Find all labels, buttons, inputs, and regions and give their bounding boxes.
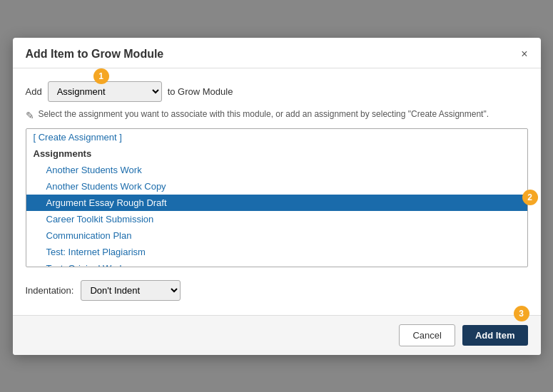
list-item[interactable]: Argument Essay Rough Draft <box>26 195 527 211</box>
indentation-select[interactable]: Don't Indent Indent 1 Indent 2 Indent 3 <box>81 280 181 301</box>
list-item[interactable]: Communication Plan <box>26 227 527 244</box>
list-item[interactable]: Test: Original Work <box>26 260 527 267</box>
close-button[interactable]: × <box>521 48 527 60</box>
indentation-row: Indentation: Don't Indent Indent 1 Inden… <box>26 280 528 301</box>
modal: Add Item to Grow Module × 1 Add Assignme… <box>13 38 541 355</box>
indentation-label: Indentation: <box>26 285 74 296</box>
list-item[interactable]: [ Create Assignment ] <box>26 129 527 145</box>
modal-footer: 3 Cancel Add Item <box>13 315 541 355</box>
hint-row: ✎ Select the assignment you want to asso… <box>26 109 528 121</box>
badge-2: 2 <box>522 190 538 205</box>
list-item[interactable]: Another Students Work <box>26 162 527 178</box>
add-item-button[interactable]: Add Item <box>462 325 528 346</box>
hint-text: Select the assignment you want to associ… <box>39 109 489 119</box>
add-prefix: Add <box>26 86 42 97</box>
badge-3: 3 <box>514 306 529 321</box>
info-icon: ✎ <box>26 110 34 121</box>
list-item[interactable]: Another Students Work Copy <box>26 178 527 195</box>
assignment-list[interactable]: [ Create Assignment ]AssignmentsAnother … <box>26 128 528 267</box>
list-item[interactable]: Test: Internet Plagiarism <box>26 244 527 260</box>
modal-header: Add Item to Grow Module × <box>13 38 541 68</box>
type-select[interactable]: Assignment Content Link Media Album Test <box>48 81 162 102</box>
modal-body: 1 Add Assignment Content Link Media Albu… <box>13 68 541 315</box>
list-item[interactable]: Career Toolkit Submission <box>26 211 527 227</box>
add-row: 1 Add Assignment Content Link Media Albu… <box>26 81 528 102</box>
list-wrapper: [ Create Assignment ]AssignmentsAnother … <box>26 128 528 267</box>
modal-title: Add Item to Grow Module <box>26 48 164 61</box>
modal-overlay: Add Item to Grow Module × 1 Add Assignme… <box>0 0 553 392</box>
list-item[interactable]: Assignments <box>26 145 527 162</box>
add-suffix: to Grow Module <box>168 86 233 97</box>
badge-1: 1 <box>93 68 109 84</box>
cancel-button[interactable]: Cancel <box>399 324 455 346</box>
